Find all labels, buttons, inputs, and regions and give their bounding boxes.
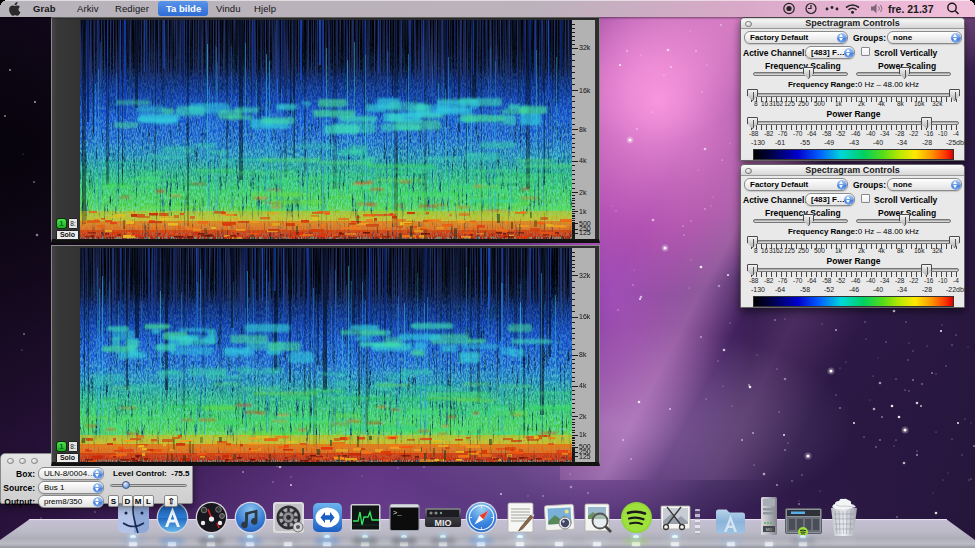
svg-text:MIO: MIO <box>766 528 773 532</box>
svg-text:MIO: MIO <box>435 518 452 528</box>
svg-text:>_: >_ <box>393 509 402 517</box>
svg-text:fre. 21.37: fre. 21.37 <box>888 3 934 15</box>
